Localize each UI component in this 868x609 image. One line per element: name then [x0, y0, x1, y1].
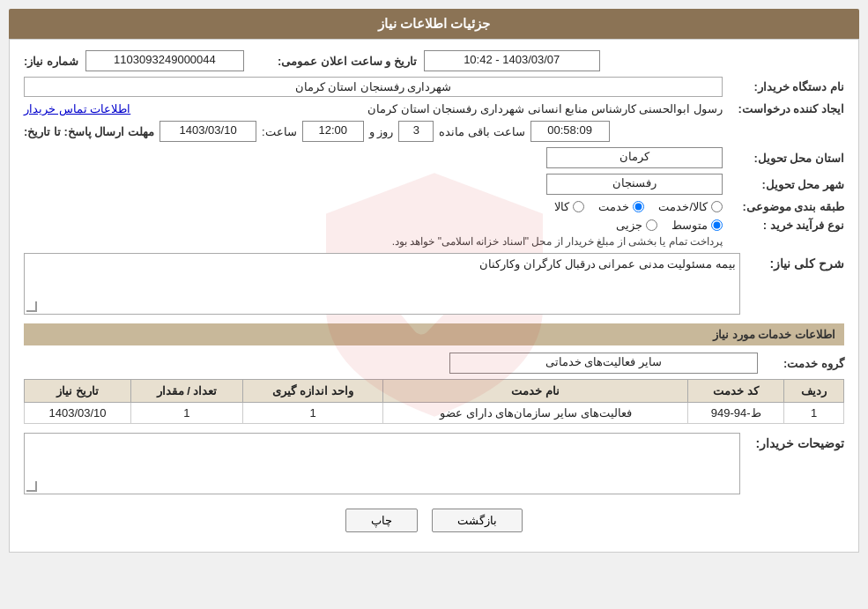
- radio-kala[interactable]: کالا: [554, 200, 584, 213]
- noe-farayand-radio-group: متوسط جزیی: [392, 219, 723, 232]
- tozihat-box: [24, 433, 740, 494]
- back-button[interactable]: بازگشت: [432, 509, 523, 532]
- table-row: 1ط-94-949فعالیت‌های سایر سازمان‌های دارا…: [25, 403, 844, 424]
- mohlat-saat-label: ساعت:: [262, 125, 297, 138]
- print-button[interactable]: چاپ: [345, 509, 418, 532]
- mohlat-label: مهلت ارسال پاسخ: تا تاریخ:: [24, 125, 154, 138]
- cell-tedad: 1: [131, 403, 243, 424]
- col-kod: کد خدمت: [688, 380, 784, 403]
- radio-khadamat-label: خدمت: [598, 200, 629, 213]
- radio-kala-label: کالا: [554, 200, 569, 213]
- tarikh-label: تاریخ و ساعت اعلان عمومی:: [278, 55, 417, 68]
- radio-khadamat[interactable]: خدمت: [598, 200, 644, 213]
- mohlat-roz-value: 3: [398, 121, 434, 142]
- resize-handle[interactable]: [26, 301, 37, 312]
- radio-jozii-label: جزیی: [616, 219, 642, 232]
- sharh-label: شرح کلی نیاز:: [747, 253, 844, 271]
- radio-jozii[interactable]: جزیی: [616, 219, 657, 232]
- nam-dastgah-value: شهرداری رفسنجان استان کرمان: [24, 77, 723, 97]
- nam-dastgah-label: نام دستگاه خریدار:: [730, 80, 844, 93]
- saat-baqi-label: ساعت باقی مانده: [439, 125, 524, 138]
- saat-baqi-value: 00:58:09: [530, 121, 610, 142]
- ostan-value: کرمان: [546, 147, 723, 168]
- tozihat-resize-handle[interactable]: [26, 481, 37, 492]
- gorohe-label: گروه خدمت:: [765, 357, 844, 370]
- col-radif: ردیف: [784, 380, 844, 403]
- radio-motevasset[interactable]: متوسط: [671, 219, 723, 232]
- tarikh-value: 1403/03/07 - 10:42: [424, 50, 600, 71]
- shomare-niyaz-value: 1103093249000044: [85, 50, 244, 71]
- radio-kala-khadamat-label: کالا/خدمت: [658, 200, 708, 213]
- noe-farayand-note: پرداخت تمام یا بخشی از مبلغ خریدار از مح…: [392, 235, 723, 248]
- tabaqe-radio-group: کالا/خدمت خدمت کالا: [554, 200, 723, 213]
- col-vahed: واحد اندازه گیری: [242, 380, 383, 403]
- shomare-niyaz-label: شماره نیاز:: [24, 55, 78, 68]
- tabaqe-label: طبقه بندی موضوعی:: [730, 200, 844, 213]
- khadamat-section-title: اطلاعات خدمات مورد نیاز: [24, 323, 844, 345]
- ettelaat-tamas-link[interactable]: اطلاعات تماس خریدار: [24, 102, 130, 115]
- sharh-value: بیمه مسئولیت مدنی عمرانی درقبال کارگران …: [479, 257, 736, 271]
- radio-kala-khadamat[interactable]: کالا/خدمت: [658, 200, 723, 213]
- header-title: جزئیات اطلاعات نیاز: [378, 16, 490, 31]
- radio-motevasset-label: متوسط: [671, 219, 708, 232]
- ijad-konande-label: ایجاد کننده درخواست:: [730, 102, 844, 115]
- cell-kod: ط-94-949: [688, 403, 784, 424]
- cell-radif: 1: [784, 403, 844, 424]
- bottom-buttons: بازگشت چاپ: [24, 509, 844, 532]
- sharh-box: بیمه مسئولیت مدنی عمرانی درقبال کارگران …: [24, 253, 740, 315]
- cell-vahed: 1: [242, 403, 383, 424]
- services-table: ردیف کد خدمت نام خدمت واحد اندازه گیری ت…: [24, 379, 844, 424]
- page-header: جزئیات اطلاعات نیاز: [9, 9, 859, 39]
- shahr-value: رفسنجان: [546, 174, 723, 195]
- col-tedad: تعداد / مقدار: [131, 380, 243, 403]
- mohlat-saat-value: 12:00: [302, 121, 364, 142]
- col-tarikh: تاریخ نیاز: [25, 380, 131, 403]
- cell-nam: فعالیت‌های سایر سازمان‌های دارای عضو: [383, 403, 688, 424]
- noe-farayand-label: نوع فرآیند خرید :: [730, 219, 844, 232]
- cell-tarikh: 1403/03/10: [25, 403, 131, 424]
- tozihat-label: توضیحات خریدار:: [747, 433, 844, 450]
- gorohe-value: سایر فعالیت‌های خدماتی: [449, 353, 758, 374]
- mohlat-tarikh: 1403/03/10: [160, 121, 256, 142]
- ijad-konande-value: رسول ابوالحسنی کارشناس منابع انسانی شهرد…: [152, 102, 723, 115]
- col-nam: نام خدمت: [383, 380, 688, 403]
- ostan-label: استان محل تحویل:: [730, 152, 844, 165]
- mohlat-roz-label: روز و: [369, 125, 394, 138]
- shahr-label: شهر محل تحویل:: [730, 178, 844, 191]
